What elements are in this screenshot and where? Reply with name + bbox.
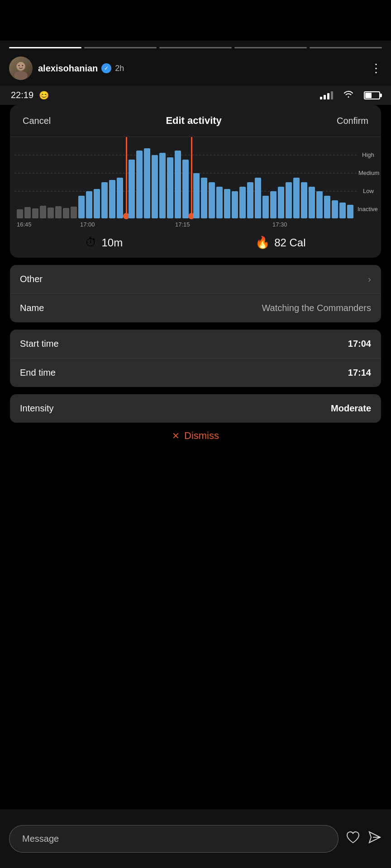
svg-rect-37 — [216, 187, 223, 218]
avatar-image — [9, 57, 33, 80]
confirm-button[interactable]: Confirm — [337, 116, 368, 126]
svg-rect-10 — [32, 208, 38, 218]
progress-bar-2 — [84, 47, 157, 48]
svg-text:High: High — [362, 151, 374, 158]
status-emoji: 😊 — [39, 90, 49, 100]
svg-rect-17 — [86, 191, 92, 218]
signal-bar-4 — [331, 91, 333, 99]
card-header: Cancel Edit activity Confirm — [10, 105, 381, 137]
svg-rect-41 — [247, 182, 253, 218]
cancel-button[interactable]: Cancel — [23, 116, 51, 126]
battery-icon — [364, 91, 380, 99]
svg-rect-13 — [55, 206, 62, 218]
intensity-value: Moderate — [331, 403, 371, 414]
chart-svg: High Medium Low Inactive 16:45 17:00 17:… — [14, 137, 381, 227]
svg-rect-21 — [117, 178, 123, 218]
user-info: alexisohanian ✓ 2h — [38, 63, 370, 74]
user-row: alexisohanian ✓ 2h ⋮ — [9, 53, 382, 85]
progress-bar-1 — [9, 47, 81, 48]
signal-bars — [320, 91, 333, 99]
svg-rect-14 — [63, 208, 69, 218]
activity-name-row[interactable]: Name Watching the Commanders — [10, 294, 381, 322]
end-time-label: End time — [20, 368, 56, 378]
signal-bar-2 — [324, 95, 326, 99]
svg-rect-32 — [191, 137, 192, 216]
more-button[interactable]: ⋮ — [370, 61, 382, 75]
status-bar: 22:19 😊 — [0, 85, 391, 105]
svg-rect-22 — [126, 137, 127, 216]
intensity-row[interactable]: Intensity Moderate — [10, 394, 381, 423]
signal-bar-1 — [320, 97, 322, 99]
timer-icon: ⏱ — [85, 236, 97, 250]
svg-rect-9 — [24, 207, 31, 218]
progress-bars — [9, 41, 382, 53]
svg-rect-24 — [129, 160, 135, 218]
svg-rect-34 — [193, 173, 200, 218]
start-time-label: Start time — [20, 339, 59, 349]
stats-row: ⏱ 10m 🔥 82 Cal — [10, 227, 381, 258]
svg-point-23 — [123, 213, 129, 219]
message-input[interactable]: Message — [9, 825, 339, 853]
svg-rect-43 — [262, 196, 269, 218]
calories-value: 82 Cal — [274, 236, 305, 249]
svg-rect-12 — [48, 208, 54, 218]
battery-fill — [365, 93, 372, 98]
duration-stat: ⏱ 10m — [85, 236, 123, 250]
svg-rect-47 — [293, 178, 300, 218]
intensity-group: Intensity Moderate — [10, 394, 381, 423]
end-time-row[interactable]: End time 17:14 — [10, 359, 381, 387]
verified-icon: ✓ — [101, 63, 111, 73]
message-placeholder: Message — [22, 834, 59, 844]
activity-type-label: Other — [20, 274, 43, 284]
progress-bar-4 — [234, 47, 307, 48]
username[interactable]: alexisohanian — [38, 63, 98, 74]
name-label: Name — [20, 303, 44, 313]
svg-rect-26 — [144, 148, 150, 218]
svg-point-4 — [22, 65, 24, 66]
svg-rect-30 — [175, 151, 181, 218]
svg-rect-40 — [239, 187, 246, 218]
start-time-row[interactable]: Start time 17:04 — [10, 330, 381, 359]
activity-type-row[interactable]: Other › — [10, 265, 381, 294]
svg-rect-25 — [136, 151, 143, 218]
svg-rect-31 — [182, 160, 189, 218]
svg-text:17:15: 17:15 — [175, 221, 190, 227]
svg-rect-49 — [309, 187, 315, 218]
svg-rect-8 — [17, 209, 23, 218]
edit-activity-title: Edit activity — [166, 115, 221, 127]
svg-point-3 — [19, 65, 20, 66]
story-header: alexisohanian ✓ 2h ⋮ — [0, 41, 391, 85]
svg-rect-19 — [101, 182, 108, 218]
svg-text:Inactive: Inactive — [358, 206, 378, 212]
svg-rect-11 — [40, 206, 46, 218]
time-group: Start time 17:04 End time 17:14 — [10, 330, 381, 387]
svg-rect-46 — [286, 182, 292, 218]
duration-value: 10m — [101, 236, 123, 249]
avatar[interactable] — [9, 57, 33, 80]
svg-text:17:30: 17:30 — [272, 221, 287, 227]
dismiss-button[interactable]: ✕ Dismiss — [0, 430, 391, 442]
chevron-right-icon: › — [368, 274, 371, 284]
like-button[interactable] — [346, 830, 360, 848]
dismiss-x-icon: ✕ — [172, 430, 180, 441]
progress-bar-3 — [159, 47, 232, 48]
name-value: Watching the Commanders — [262, 303, 371, 313]
send-button[interactable] — [367, 830, 382, 848]
svg-rect-38 — [224, 189, 230, 218]
status-time: 22:19 — [11, 90, 33, 100]
svg-rect-39 — [232, 191, 238, 218]
bottom-bar: Message — [0, 809, 391, 868]
top-black-area — [0, 0, 391, 41]
start-time-value: 17:04 — [348, 339, 371, 349]
svg-rect-42 — [255, 178, 261, 218]
svg-rect-28 — [159, 153, 166, 218]
svg-rect-29 — [167, 157, 173, 218]
dismiss-label: Dismiss — [184, 430, 219, 442]
svg-rect-44 — [270, 191, 277, 218]
main-card: Cancel Edit activity Confirm — [10, 105, 381, 258]
svg-rect-48 — [301, 182, 307, 218]
signal-bar-3 — [327, 93, 329, 99]
svg-rect-35 — [201, 178, 207, 218]
svg-rect-53 — [339, 203, 346, 218]
fire-icon: 🔥 — [255, 236, 270, 250]
